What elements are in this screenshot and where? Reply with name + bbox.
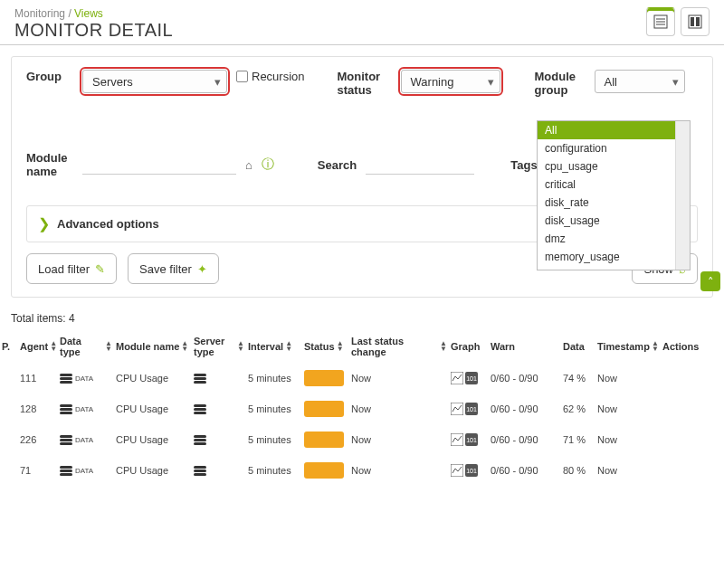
data-cell: 71 % bbox=[561, 424, 595, 455]
chevron-down-icon: ▾ bbox=[672, 75, 679, 89]
raw-data-icon[interactable]: 101 bbox=[465, 433, 478, 446]
breadcrumb-root[interactable]: Monitoring bbox=[14, 7, 65, 20]
graph-cell: 101 bbox=[449, 424, 489, 455]
checkbox-icon bbox=[236, 71, 248, 82]
scroll-top-button[interactable]: ˄ bbox=[700, 271, 720, 291]
database-icon bbox=[60, 404, 72, 414]
col-warn[interactable]: Warn bbox=[489, 330, 561, 363]
modulename-cell[interactable]: CPU Usage bbox=[114, 424, 192, 455]
breadcrumb-leaf[interactable]: Views bbox=[74, 7, 103, 20]
tag-option[interactable]: disk_rate bbox=[538, 194, 675, 212]
module-group-select[interactable]: All ▾ bbox=[595, 70, 685, 93]
modulename-cell[interactable]: CPU Usage bbox=[114, 363, 192, 394]
recursion-checkbox[interactable]: Recursion bbox=[236, 70, 305, 83]
tags-listbox[interactable]: Allconfigurationcpu_usagecriticaldisk_ra… bbox=[537, 120, 691, 270]
chevron-up-icon: ˄ bbox=[708, 275, 714, 289]
view-list-icon[interactable] bbox=[646, 7, 675, 36]
raw-data-icon[interactable]: 101 bbox=[465, 372, 478, 384]
agent-cell[interactable]: 226 bbox=[18, 424, 58, 455]
monitor-status-select[interactable]: Warning ▾ bbox=[401, 70, 500, 93]
servertype-cell bbox=[192, 394, 246, 424]
ts-cell: Now bbox=[595, 424, 661, 455]
agent-cell[interactable]: 128 bbox=[18, 394, 58, 424]
servertype-cell bbox=[192, 424, 246, 455]
lsc-cell: Now bbox=[349, 424, 449, 455]
page-header: Monitoring / Views MONITOR DETAIL bbox=[0, 0, 724, 45]
col-ts[interactable]: Timestamp ▲▼ bbox=[595, 330, 661, 363]
graph-cell: 101 bbox=[449, 455, 489, 486]
tag-option[interactable]: network bbox=[538, 266, 675, 270]
modulename-cell[interactable]: CPU Usage bbox=[114, 394, 192, 424]
lsc-cell: Now bbox=[349, 455, 449, 486]
monitor-icon: ⌂ bbox=[245, 158, 252, 172]
group-label: Group bbox=[26, 70, 73, 83]
svg-rect-6 bbox=[696, 17, 700, 26]
chevron-down-icon: ▾ bbox=[488, 75, 494, 89]
raw-data-icon[interactable]: 101 bbox=[465, 403, 478, 415]
chart-icon[interactable] bbox=[451, 433, 463, 446]
tag-option[interactable]: All bbox=[538, 121, 675, 139]
policy-cell bbox=[0, 424, 18, 455]
raw-data-icon[interactable]: 101 bbox=[465, 464, 478, 477]
module-name-input[interactable] bbox=[82, 155, 236, 175]
col-status[interactable]: Status ▲▼ bbox=[302, 330, 349, 363]
scrollbar[interactable] bbox=[675, 121, 690, 270]
tag-option[interactable]: disk_usage bbox=[538, 212, 675, 230]
col-interval[interactable]: Interval ▲▼ bbox=[246, 330, 302, 363]
policy-cell bbox=[0, 455, 18, 486]
servertype-cell bbox=[192, 455, 246, 486]
datatype-cell: DATA bbox=[58, 455, 114, 486]
chart-icon[interactable] bbox=[451, 464, 463, 477]
col-stype[interactable]: Server type ▲▼ bbox=[192, 330, 246, 363]
status-cell bbox=[302, 363, 349, 394]
chevron-down-icon: ▾ bbox=[214, 75, 221, 89]
actions-cell[interactable] bbox=[661, 363, 704, 394]
chart-icon[interactable] bbox=[451, 403, 463, 415]
chart-icon[interactable] bbox=[451, 372, 463, 384]
load-filter-button[interactable]: Load filter ✎ bbox=[26, 253, 117, 284]
tag-option[interactable]: memory_usage bbox=[538, 248, 675, 266]
col-p[interactable]: P. bbox=[0, 330, 18, 363]
graph-cell: 101 bbox=[449, 363, 489, 394]
interval-cell: 5 minutes bbox=[246, 455, 302, 486]
tag-option[interactable]: cpu_usage bbox=[538, 157, 675, 175]
col-actions[interactable]: Actions bbox=[661, 330, 704, 363]
tag-option[interactable]: dmz bbox=[538, 230, 675, 248]
actions-cell[interactable] bbox=[661, 455, 704, 486]
group-select[interactable]: Servers ▾ bbox=[82, 70, 227, 93]
col-graph[interactable]: Graph bbox=[449, 330, 489, 363]
database-icon bbox=[60, 374, 72, 384]
search-label: Search bbox=[318, 158, 357, 172]
col-agent[interactable]: Agent ▲▼ bbox=[18, 330, 58, 363]
module-name-label: Module name bbox=[26, 151, 73, 178]
interval-cell: 5 minutes bbox=[246, 424, 302, 455]
status-warning-icon bbox=[304, 462, 344, 479]
tag-option[interactable]: critical bbox=[538, 175, 675, 194]
status-cell bbox=[302, 455, 349, 486]
data-cell: 74 % bbox=[561, 363, 595, 394]
view-switch bbox=[646, 7, 710, 36]
modulename-cell[interactable]: CPU Usage bbox=[114, 455, 192, 486]
info-icon[interactable]: ⓘ bbox=[262, 156, 274, 173]
agent-cell[interactable]: 111 bbox=[18, 363, 58, 394]
tag-option[interactable]: configuration bbox=[538, 139, 675, 157]
warn-cell: 0/60 - 0/90 bbox=[489, 455, 561, 486]
breadcrumb: Monitoring / Views bbox=[14, 7, 173, 20]
save-filter-button[interactable]: Save filter ✦ bbox=[128, 253, 219, 284]
col-mname[interactable]: Module name ▲▼ bbox=[114, 330, 192, 363]
col-lsc[interactable]: Last status change ▲▼ bbox=[349, 330, 449, 363]
database-icon bbox=[194, 404, 206, 414]
actions-cell[interactable] bbox=[661, 424, 704, 455]
col-data[interactable]: Data bbox=[561, 330, 595, 363]
view-card-icon[interactable] bbox=[681, 7, 710, 36]
tags-label: Tags bbox=[510, 158, 537, 172]
agent-cell[interactable]: 71 bbox=[18, 455, 58, 486]
actions-cell[interactable] bbox=[661, 394, 704, 424]
ts-cell: Now bbox=[595, 394, 661, 424]
status-warning-icon bbox=[304, 432, 344, 448]
warn-cell: 0/60 - 0/90 bbox=[489, 424, 561, 455]
search-input[interactable] bbox=[366, 155, 474, 175]
col-dtype[interactable]: Data type ▲▼ bbox=[58, 330, 114, 363]
warn-cell: 0/60 - 0/90 bbox=[489, 394, 561, 424]
servertype-cell bbox=[192, 363, 246, 394]
